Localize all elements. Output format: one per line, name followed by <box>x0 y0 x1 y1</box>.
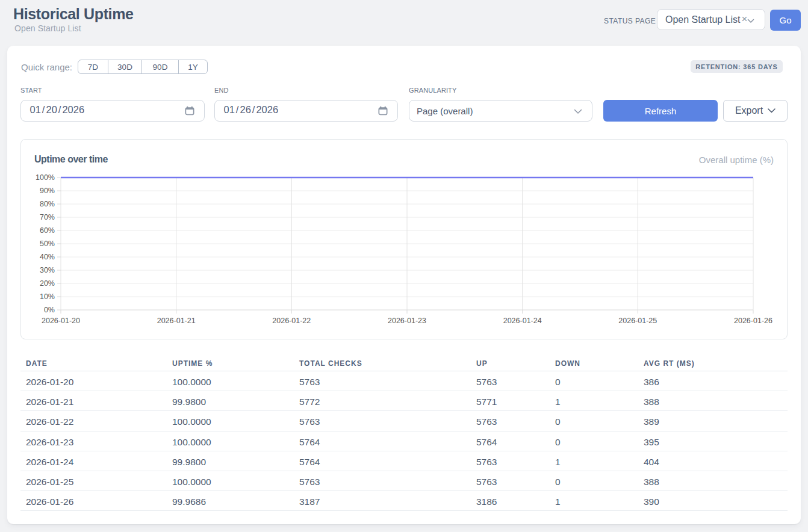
svg-text:10%: 10% <box>40 292 55 301</box>
svg-text:2026-01-25: 2026-01-25 <box>618 317 657 325</box>
svg-text:2026-01-23: 2026-01-23 <box>388 317 426 325</box>
svg-text:60%: 60% <box>40 226 55 235</box>
svg-text:2026-01-20: 2026-01-20 <box>42 317 80 325</box>
svg-text:70%: 70% <box>40 213 55 221</box>
svg-text:40%: 40% <box>40 253 55 261</box>
svg-text:2026-01-22: 2026-01-22 <box>272 317 311 325</box>
svg-text:2026-01-24: 2026-01-24 <box>503 317 542 325</box>
svg-text:90%: 90% <box>40 187 55 195</box>
svg-text:100%: 100% <box>36 173 55 182</box>
svg-text:30%: 30% <box>40 266 55 274</box>
svg-text:0%: 0% <box>44 306 55 314</box>
svg-text:2026-01-21: 2026-01-21 <box>157 317 196 325</box>
svg-text:80%: 80% <box>40 200 55 208</box>
svg-text:20%: 20% <box>40 279 55 288</box>
svg-text:50%: 50% <box>40 240 55 248</box>
svg-text:2026-01-26: 2026-01-26 <box>734 317 772 325</box>
